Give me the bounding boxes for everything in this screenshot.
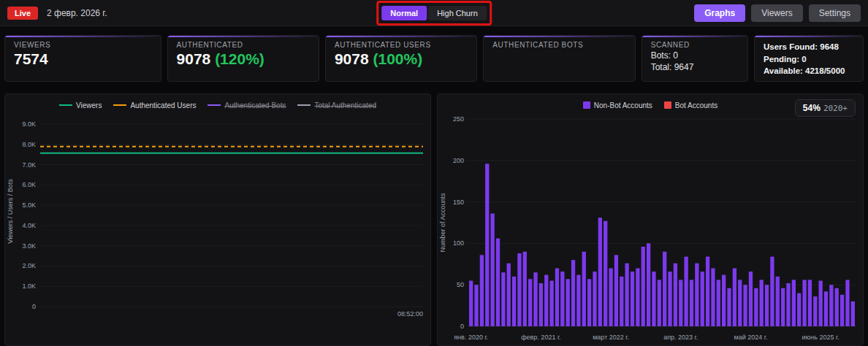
legend-item-bot-accounts[interactable]: Bot Accounts [664,101,717,109]
svg-text:Number of Accounts: Number of Accounts [439,193,446,253]
authenticated-percent: (120%) [215,50,264,67]
svg-text:50: 50 [457,281,464,288]
svg-text:1.0K: 1.0K [22,282,36,290]
svg-text:8.0K: 8.0K [22,141,36,148]
toggle-high-churn[interactable]: High Churn [428,6,487,20]
authenticated-users-swatch-icon [113,104,126,106]
legend-label: Non-Bot Accounts [594,101,652,109]
bar-chart-panel: 54%2020+ Non-Bot Accounts Bot Accounts 0… [437,93,864,346]
svg-text:4.0K: 4.0K [22,222,36,229]
authenticated-bots-card: AUTHENTICATED BOTS [483,35,635,82]
scanned-total: Total: 9647 [651,62,739,72]
charts-section: Viewers Authenticated Users Authenticate… [0,82,868,346]
card-label: AUTHENTICATED [177,41,310,49]
svg-text:0: 0 [460,323,464,330]
toggle-normal[interactable]: Normal [381,6,427,20]
authenticated-bots-swatch-icon [208,104,221,106]
topbar: Live 2 февр. 2026 г. Normal High Churn G… [0,0,868,26]
age-badge-suffix: 2020+ [823,104,848,113]
legend-label: Authenticated Users [130,101,196,109]
graphs-button[interactable]: Graphs [694,4,745,22]
svg-text:9.0K: 9.0K [22,120,36,128]
card-label: AUTHENTICATED BOTS [492,41,625,49]
authenticated-users-value: 9078 (100%) [335,50,468,68]
authenticated-value: 9078 (120%) [177,50,310,68]
card-label: AUTHENTICATED USERS [335,41,468,49]
non-bot-swatch-icon [583,101,590,109]
authenticated-users-number: 9078 [335,50,369,67]
authenticated-users-card: AUTHENTICATED USERS 9078 (100%) [325,35,477,82]
viewers-value: 7574 [14,50,152,68]
legend-label: Total Authenticated [314,101,376,109]
card-label: SCANNED [651,41,739,49]
viewers-button[interactable]: Viewers [751,4,802,22]
viewers-swatch-icon [59,104,72,106]
stat-cards: VIEWERS 7574 AUTHENTICATED 9078 (120%) A… [0,26,868,82]
svg-text:6.0K: 6.0K [22,181,36,188]
legend-item-authenticated-users[interactable]: Authenticated Users [113,101,196,109]
svg-text:июнь 2025 г.: июнь 2025 г. [802,334,840,341]
svg-text:100: 100 [453,239,464,247]
settings-button[interactable]: Settings [809,4,861,22]
users-found: Users Found: 9648 [764,41,854,53]
authenticated-number: 9078 [177,50,211,67]
authenticated-card: AUTHENTICATED 9078 (120%) [167,35,319,82]
authenticated-users-percent: (100%) [373,50,422,67]
card-label: VIEWERS [14,41,152,49]
live-badge: Live [7,7,38,20]
svg-text:февр. 2021 г.: февр. 2021 г. [521,334,560,341]
svg-text:апр. 2023 г.: апр. 2023 г. [663,334,698,341]
age-badge: 54%2020+ [795,99,856,117]
mode-toggle: Normal High Churn [380,4,488,22]
line-chart[interactable]: 9.0K8.0K7.0K6.0K5.0K4.0K3.0K2.0K1.0K008:… [5,113,430,346]
bot-swatch-icon [664,101,671,109]
summary-card: Users Found: 9648 Pending: 0 Available: … [754,35,864,82]
svg-text:Viewers / Users / Bots: Viewers / Users / Bots [7,179,14,244]
svg-text:0: 0 [32,303,36,310]
available: Available: 4218/5000 [764,65,854,77]
bar-chart[interactable]: 050100150200250янв. 2020 г.февр. 2021 г.… [438,113,863,346]
legend-item-viewers[interactable]: Viewers [59,101,102,109]
svg-text:7.0K: 7.0K [22,161,36,169]
legend-label: Viewers [76,101,102,109]
total-authenticated-swatch-icon [297,104,311,106]
age-badge-percent: 54% [803,103,821,113]
svg-text:3.0K: 3.0K [22,242,36,250]
topbar-actions: Graphs Viewers Settings [694,4,861,22]
svg-text:март 2022 г.: март 2022 г. [593,334,629,341]
scanned-bots: Bots: 0 [651,50,739,61]
legend-label: Bot Accounts [675,101,717,109]
line-chart-legend: Viewers Authenticated Users Authenticate… [5,94,430,113]
svg-text:май 2024 г.: май 2024 г. [734,334,767,341]
viewers-card: VIEWERS 7574 [4,35,161,82]
svg-text:янв. 2020 г.: янв. 2020 г. [454,334,488,341]
legend-item-authenticated-bots[interactable]: Authenticated Bots [208,101,286,109]
legend-item-total-authenticated[interactable]: Total Authenticated [297,101,376,109]
svg-text:08:52:00: 08:52:00 [397,310,423,318]
legend-label: Authenticated Bots [224,101,286,109]
annotation-red-box: Normal High Churn [376,1,492,26]
svg-text:250: 250 [453,115,464,123]
svg-text:150: 150 [453,199,464,206]
svg-text:2.0K: 2.0K [22,262,36,269]
legend-item-non-bot-accounts[interactable]: Non-Bot Accounts [583,101,652,109]
current-date: 2 февр. 2026 г. [47,8,107,18]
svg-text:200: 200 [453,157,464,164]
line-chart-panel: Viewers Authenticated Users Authenticate… [4,93,431,346]
svg-text:5.0K: 5.0K [22,201,36,209]
scanned-card: SCANNED Bots: 0 Total: 9647 [642,35,748,82]
pending: Pending: 0 [764,53,854,66]
